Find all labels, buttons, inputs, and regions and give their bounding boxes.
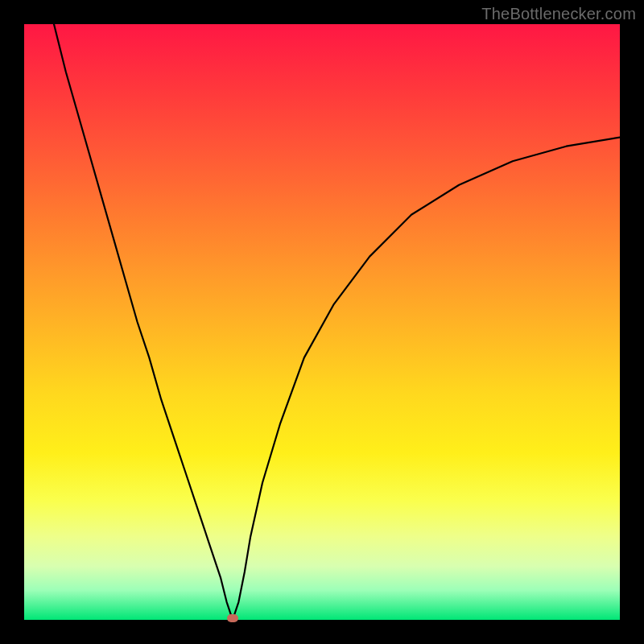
- plot-area: [24, 24, 620, 620]
- minimum-marker: [227, 614, 238, 622]
- curve-layer: [24, 24, 620, 620]
- chart-frame: TheBottlenecker.com: [0, 0, 644, 644]
- watermark-text: TheBottlenecker.com: [481, 5, 636, 23]
- bottleneck-curve: [54, 24, 620, 620]
